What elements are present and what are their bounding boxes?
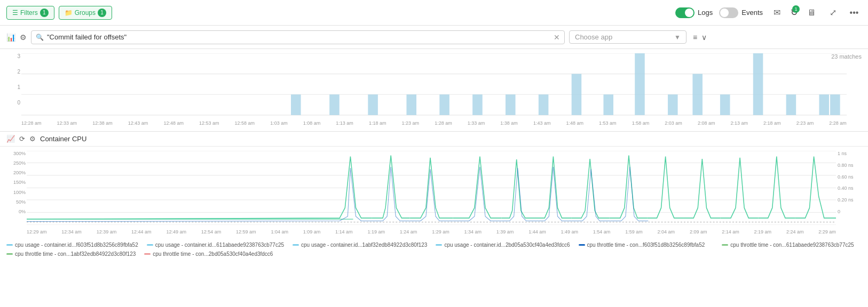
cpu-sync-icon[interactable]: ⟳ [19, 135, 25, 143]
cpu-chart-container: 300% 250% 200% 150% 100% 50% 0% 1 ns 0.8… [0, 147, 868, 240]
search-icon: 🔍 [36, 34, 44, 41]
groups-badge: 1 [98, 9, 106, 17]
refresh-badge: 1 [792, 5, 800, 13]
logs-label: Logs [698, 9, 713, 17]
legend-color-3 [293, 244, 299, 246]
cpu-section: 📈 ⟳ ⚙ Container CPU 300% 250% 200% 150% … [0, 132, 868, 259]
legend-item-1: cpu usage - container.id...f603f51d8b325… [6, 242, 138, 248]
legend-item-4: cpu usage - container.id...2bd05a530cf40… [436, 242, 570, 248]
legend-color-7 [6, 253, 13, 255]
monitor-icon[interactable]: 🖥 [804, 5, 819, 20]
legend-label-1: cpu usage - container.id...f603f51d8b325… [15, 242, 138, 248]
svg-rect-7 [406, 94, 416, 115]
svg-rect-8 [439, 94, 449, 115]
cpu-chart-svg [27, 151, 836, 225]
folder-icon: 📁 [65, 9, 73, 17]
cpu-header: 📈 ⟳ ⚙ Container CPU [0, 132, 868, 147]
search-input[interactable] [47, 33, 550, 41]
legend-item-3: cpu usage - container.id...1abf32edb8492… [293, 242, 427, 248]
svg-rect-17 [720, 94, 730, 115]
legend-label-4: cpu usage - container.id...2bd05a530cf40… [444, 242, 570, 248]
mail-icon[interactable]: ✉ [769, 5, 784, 20]
chart-type-icon[interactable]: 📊 [6, 33, 15, 42]
collapse-icon[interactable]: ∨ [701, 33, 707, 42]
cpu-x-axis: 12:29 am 12:34 am 12:39 am 12:44 am 12:4… [27, 229, 836, 235]
filter-icon: ☰ [12, 9, 18, 17]
legend-color-5 [579, 244, 585, 246]
cpu-title: Container CPU [40, 135, 86, 143]
svg-rect-10 [506, 94, 516, 115]
legend-item-2: cpu usage - container.id...611abaede9238… [147, 242, 284, 248]
svg-rect-19 [786, 94, 796, 115]
list-view-icon[interactable]: ≡ [693, 33, 697, 42]
cpu-y-axis-right: 1 ns 0.80 ns 0.60 ns 0.40 ns 0.20 ns 0 [838, 151, 867, 214]
svg-rect-15 [668, 94, 678, 115]
events-toggle[interactable] [719, 7, 738, 18]
more-icon[interactable]: ••• [847, 5, 862, 20]
events-toggle-group: Events [719, 7, 763, 18]
legend-item-7: cpu throttle time - con...1abf32edb84922… [6, 251, 136, 257]
events-label: Events [741, 9, 763, 17]
svg-rect-21 [830, 94, 840, 115]
svg-rect-13 [603, 94, 613, 115]
svg-rect-6 [368, 94, 378, 115]
cpu-filter-icon[interactable]: ⚙ [29, 135, 36, 143]
dropdown-arrow-icon: ▼ [674, 34, 681, 41]
choose-app-dropdown[interactable]: Choose app ▼ [569, 30, 686, 44]
toolbar-right: Logs Events ✉ ↻ 1 🖥 ⤢ ••• [675, 5, 862, 20]
cpu-chart-type-icon[interactable]: 📈 [6, 135, 15, 143]
svg-rect-16 [692, 74, 703, 115]
legend-color-4 [436, 244, 442, 246]
legend-item-5: cpu throttle time - con...f603f51d8b3256… [579, 242, 705, 248]
legend-color-1 [6, 244, 13, 246]
clear-search-button[interactable]: ✕ [554, 33, 560, 42]
legend-label-3: cpu usage - container.id...1abf32edb8492… [301, 242, 427, 248]
legend-label-8: cpu throttle time - con...2bd05a530cf40a… [153, 251, 273, 257]
svg-rect-12 [572, 74, 582, 115]
log-frequency-chart: 23 matches 3 2 1 0 [0, 49, 868, 132]
svg-rect-4 [291, 94, 301, 115]
log-x-axis: 12:28 am 12:33 am 12:38 am 12:43 am 12:4… [21, 120, 847, 126]
svg-rect-18 [753, 53, 763, 115]
svg-rect-11 [539, 94, 549, 115]
logs-toggle-group: Logs [675, 7, 713, 18]
log-chart-svg [21, 53, 847, 116]
search-filter-icon[interactable]: ⚙ [20, 33, 27, 42]
groups-button[interactable]: 📁 Groups 1 [59, 6, 112, 20]
legend-color-2 [147, 244, 153, 246]
legend-item-8: cpu throttle time - con...2bd05a530cf40a… [144, 251, 273, 257]
legend-label-2: cpu usage - container.id...611abaede9238… [155, 242, 284, 248]
search-bar: 📊 ⚙ 🔍 ✕ Choose app ▼ ≡ ∨ [0, 26, 868, 49]
filters-badge: 1 [40, 9, 49, 17]
legend: cpu usage - container.id...f603f51d8b325… [0, 240, 868, 259]
legend-label-7: cpu throttle time - con...1abf32edb84922… [15, 251, 136, 257]
legend-color-8 [144, 253, 151, 255]
search-input-wrap[interactable]: 🔍 ✕ [31, 30, 565, 44]
cpu-y-axis-left: 300% 250% 200% 150% 100% 50% 0% [1, 151, 26, 214]
main-toolbar: ☰ Filters 1 📁 Groups 1 Logs Events ✉ ↻ 1… [0, 0, 868, 26]
log-y-axis: 3 2 1 0 [1, 53, 20, 106]
choose-app-label: Choose app [575, 33, 671, 41]
svg-rect-14 [635, 53, 645, 115]
svg-rect-5 [329, 94, 340, 115]
legend-item-6: cpu throttle time - con...611abaede92387… [722, 242, 854, 248]
svg-rect-9 [472, 94, 483, 115]
logs-toggle[interactable] [675, 7, 695, 18]
svg-rect-20 [819, 94, 829, 115]
legend-label-5: cpu throttle time - con...f603f51d8b3256… [587, 242, 705, 248]
filters-label: Filters [20, 9, 38, 17]
refresh-badge-icon[interactable]: ↻ 1 [791, 7, 798, 18]
legend-color-6 [722, 244, 728, 246]
filters-button[interactable]: ☰ Filters 1 [6, 6, 54, 20]
groups-label: Groups [75, 9, 96, 17]
expand-icon[interactable]: ⤢ [825, 5, 840, 20]
legend-label-6: cpu throttle time - con...611abaede92387… [730, 242, 854, 248]
